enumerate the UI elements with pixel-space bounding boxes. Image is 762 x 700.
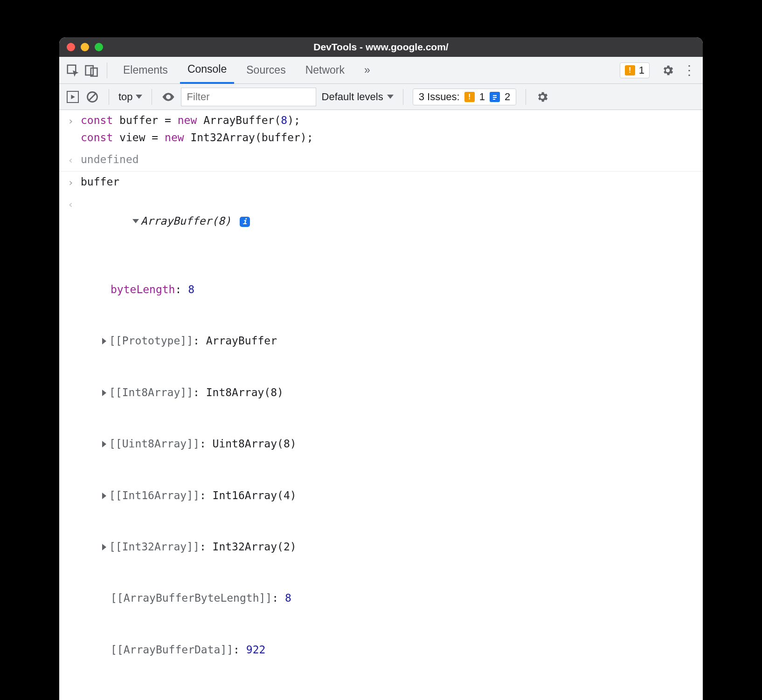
close-window-button[interactable] xyxy=(67,43,75,51)
separator xyxy=(152,89,152,105)
separator xyxy=(109,89,109,105)
caret-down-icon[interactable] xyxy=(132,219,139,223)
minimize-window-button[interactable] xyxy=(81,43,89,51)
chevron-down-icon xyxy=(136,95,142,99)
info-icon xyxy=(490,92,500,102)
warning-icon: ! xyxy=(464,92,475,102)
issues-warn-count: 1 xyxy=(479,91,485,103)
separator xyxy=(403,89,403,105)
expandable-property[interactable]: [[Int16Array]]: Int16Array(4) xyxy=(97,487,695,504)
caret-right-icon xyxy=(102,441,106,447)
issues-summary[interactable]: 3 Issues: ! 1 2 xyxy=(413,89,517,105)
caret-right-icon xyxy=(102,493,106,499)
live-expression-eye-icon[interactable] xyxy=(161,90,175,104)
input-chevron-icon xyxy=(68,173,81,191)
titlebar: DevTools - www.google.com/ xyxy=(59,37,703,57)
tab-sources[interactable]: Sources xyxy=(239,57,293,84)
zoom-window-button[interactable] xyxy=(95,43,103,51)
clear-console-icon[interactable] xyxy=(85,90,99,104)
tab-network[interactable]: Network xyxy=(298,57,352,84)
code-line: buffer xyxy=(81,173,703,191)
console-input-row: buffer xyxy=(59,172,703,193)
main-toolbar: Elements Console Sources Network » ! 1 ⋮ xyxy=(59,57,703,84)
caret-right-icon xyxy=(102,544,106,550)
console-input-row: const buffer = new ArrayBuffer(8); const… xyxy=(59,110,703,149)
caret-right-icon xyxy=(102,338,106,344)
log-levels-selector[interactable]: Default levels xyxy=(322,91,394,103)
inspect-element-icon[interactable] xyxy=(66,63,80,77)
console-output-row: undefined xyxy=(59,149,703,172)
console-output-row[interactable]: ArrayBuffer(8) i byteLength: 8 [[Prototy… xyxy=(59,193,703,700)
code-line: const buffer = new ArrayBuffer(8); const… xyxy=(81,112,703,146)
svg-rect-5 xyxy=(493,95,497,96)
svg-rect-1 xyxy=(86,66,93,75)
kebab-menu-icon[interactable]: ⋮ xyxy=(682,63,696,77)
info-icon[interactable]: i xyxy=(240,217,250,227)
context-label: top xyxy=(118,91,133,103)
output-chevron-icon xyxy=(68,195,81,700)
issues-label: 3 Issues: xyxy=(419,91,460,103)
chevron-down-icon xyxy=(387,95,394,99)
expandable-property[interactable]: [[Int32Array]]: Int32Array(2) xyxy=(97,538,695,556)
console-settings-gear-icon[interactable] xyxy=(535,90,549,104)
separator xyxy=(526,89,526,105)
tab-elements[interactable]: Elements xyxy=(116,57,175,84)
issues-info-count: 2 xyxy=(505,91,510,103)
warning-icon: ! xyxy=(625,65,635,75)
object-preview: ArrayBuffer(8) i byteLength: 8 [[Prototy… xyxy=(81,195,703,700)
undefined-value: undefined xyxy=(81,151,703,168)
console-output: const buffer = new ArrayBuffer(8); const… xyxy=(59,110,703,700)
object-header: ArrayBuffer(8) xyxy=(141,215,231,227)
filter-input[interactable] xyxy=(181,88,316,106)
toggle-drawer-icon[interactable] xyxy=(66,90,80,104)
separator xyxy=(107,62,107,78)
tab-console[interactable]: Console xyxy=(180,57,234,84)
more-tabs-button[interactable]: » xyxy=(357,57,378,84)
window-controls xyxy=(67,43,103,51)
caret-right-icon xyxy=(102,390,106,396)
devtools-window: DevTools - www.google.com/ Elements Cons… xyxy=(59,37,703,700)
svg-line-4 xyxy=(89,93,96,100)
context-selector[interactable]: top xyxy=(118,91,142,103)
device-toolbar-icon[interactable] xyxy=(84,63,98,77)
top-issues-badge[interactable]: ! 1 xyxy=(620,62,650,78)
output-chevron-icon xyxy=(68,151,81,168)
svg-rect-6 xyxy=(493,97,497,98)
settings-gear-icon[interactable] xyxy=(661,63,675,77)
expandable-property[interactable]: [[Prototype]]: ArrayBuffer xyxy=(97,332,695,350)
console-toolbar: top Default levels 3 Issues: ! 1 2 xyxy=(59,84,703,110)
svg-rect-7 xyxy=(493,99,495,100)
expandable-property[interactable]: [[Int8Array]]: Int8Array(8) xyxy=(97,384,695,401)
window-title: DevTools - www.google.com/ xyxy=(59,41,703,53)
input-chevron-icon xyxy=(68,112,81,146)
warn-count: 1 xyxy=(639,64,644,76)
levels-label: Default levels xyxy=(322,91,383,103)
expandable-property[interactable]: [[Uint8Array]]: Uint8Array(8) xyxy=(97,435,695,453)
